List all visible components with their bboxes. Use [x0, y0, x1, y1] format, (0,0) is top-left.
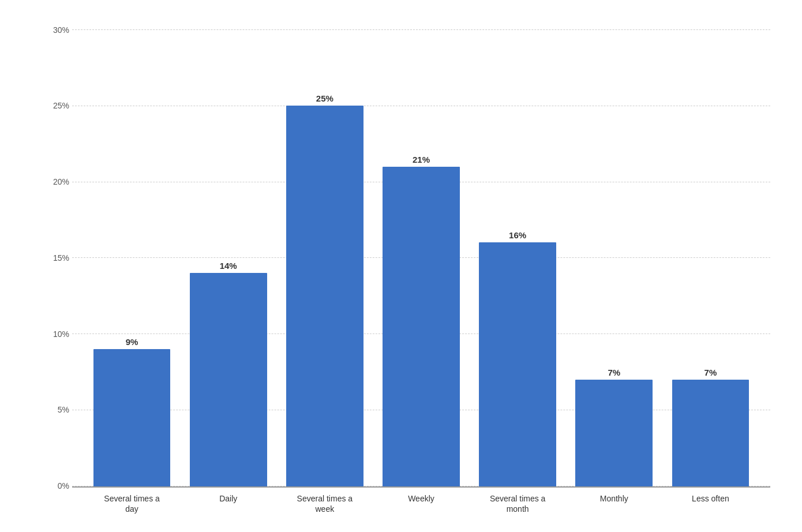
x-axis-label: Less often [662, 488, 759, 514]
bar [479, 242, 556, 486]
x-axis-label: Monthly [566, 488, 662, 514]
grid-label: 10% [40, 329, 69, 339]
plot-area: 30%25%20%15%10%5%0% 9%14%25%21%16%7%7% [72, 29, 770, 486]
x-axis-label: Daily [180, 488, 276, 514]
bar [286, 106, 363, 486]
bar-value-label: 7% [704, 368, 717, 377]
bar-group: 21% [373, 29, 469, 486]
grid-label: 20% [40, 177, 69, 186]
x-axis-label: Several times amonth [470, 488, 566, 514]
bar-value-label: 7% [608, 368, 620, 377]
bar-group: 7% [662, 29, 759, 486]
bar [190, 273, 267, 486]
bar-value-label: 21% [413, 155, 430, 164]
bar-value-label: 9% [126, 337, 138, 347]
bar [383, 167, 460, 486]
bar-group: 9% [84, 29, 180, 486]
bar [672, 380, 749, 486]
bar-group: 16% [470, 29, 566, 486]
bars-area: 9%14%25%21%16%7%7% [72, 29, 770, 486]
grid-label: 30% [40, 25, 69, 35]
chart-inner: 30%25%20%15%10%5%0% 9%14%25%21%16%7%7% S… [43, 18, 782, 514]
grid-label: 0% [40, 481, 69, 490]
bar-value-label: 25% [316, 93, 333, 103]
grid-label: 25% [40, 101, 69, 110]
bar [575, 380, 653, 486]
x-labels: Several times adayDailySeveral times awe… [72, 488, 770, 514]
grid-label: 5% [40, 405, 69, 414]
bar-value-label: 16% [509, 230, 526, 240]
bar-group: 7% [566, 29, 662, 486]
x-axis-label: Several times aweek [276, 488, 373, 514]
bar [93, 349, 171, 486]
grid-label: 15% [40, 253, 69, 263]
y-axis-label [20, 18, 38, 514]
bar-value-label: 14% [220, 261, 237, 271]
chart-container: 30%25%20%15%10%5%0% 9%14%25%21%16%7%7% S… [20, 18, 782, 514]
x-axis-label: Several times aday [84, 488, 180, 514]
bar-group: 25% [276, 29, 373, 486]
x-axis-label: Weekly [373, 488, 469, 514]
bar-group: 14% [180, 29, 276, 486]
